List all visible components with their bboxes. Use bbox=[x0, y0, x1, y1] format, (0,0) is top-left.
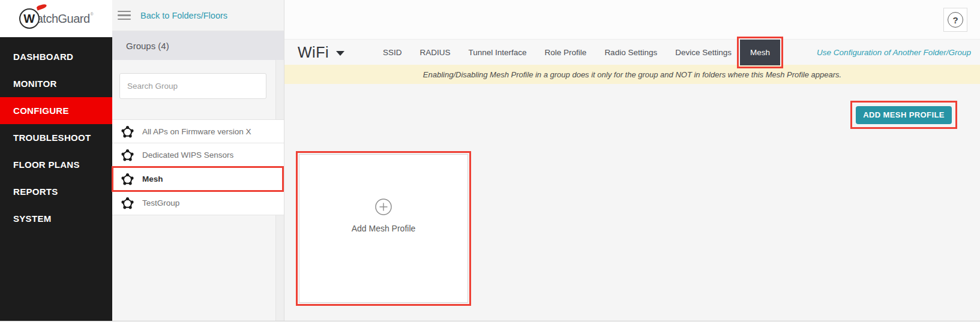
mesh-row-highlight-annotation bbox=[112, 166, 284, 192]
group-pentagon-icon bbox=[121, 197, 134, 209]
groups-count-header: Groups (4) bbox=[112, 31, 284, 60]
plus-circle-icon bbox=[374, 198, 392, 216]
tab-radio-settings[interactable]: Radio Settings bbox=[604, 48, 657, 57]
add-mesh-card-highlight-annotation: Add Mesh Profile bbox=[296, 151, 471, 306]
app-window: W atchGuard® DASHBOARD MONITOR CONFIGURE… bbox=[0, 0, 980, 334]
sidebar-item-system[interactable]: SYSTEM bbox=[0, 205, 112, 232]
group-list: All APs on Firmware version X Dedicated … bbox=[112, 119, 284, 215]
chevron-down-icon bbox=[336, 51, 344, 56]
wifi-scope-dropdown[interactable]: WiFi bbox=[298, 40, 344, 65]
logo-swoosh-icon bbox=[36, 4, 47, 11]
group-label: Dedicated WIPS Sensors bbox=[142, 151, 233, 160]
back-to-folders-link[interactable]: Back to Folders/Floors bbox=[140, 11, 227, 20]
add-mesh-card-label: Add Mesh Profile bbox=[352, 224, 416, 233]
wifi-tab-bar: WiFi SSID RADIUS Tunnel Interface Role P… bbox=[284, 39, 980, 65]
add-mesh-button-highlight-annotation: ADD MESH PROFILE bbox=[850, 101, 957, 129]
menu-icon[interactable] bbox=[118, 8, 131, 23]
group-panel-header: Back to Folders/Floors bbox=[112, 0, 284, 31]
help-icon: ? bbox=[948, 12, 963, 28]
help-button[interactable]: ? bbox=[943, 8, 967, 32]
wifi-scope-label: WiFi bbox=[298, 44, 329, 61]
tab-mesh[interactable]: Mesh bbox=[740, 40, 780, 65]
group-label: Mesh bbox=[142, 174, 163, 183]
add-mesh-card-content: Add Mesh Profile bbox=[299, 198, 467, 233]
sidebar-item-configure[interactable]: CONFIGURE bbox=[0, 97, 112, 124]
tab-list: SSID RADIUS Tunnel Interface Role Profil… bbox=[383, 40, 780, 65]
tab-device-settings[interactable]: Device Settings bbox=[675, 48, 732, 57]
mesh-info-banner: Enabling/Disabling Mesh Profile in a gro… bbox=[284, 65, 980, 84]
tab-tunnel-interface[interactable]: Tunnel Interface bbox=[469, 48, 527, 57]
sidebar-nav: DASHBOARD MONITOR CONFIGURE TROUBLESHOOT… bbox=[0, 37, 112, 232]
group-pentagon-icon bbox=[121, 125, 134, 138]
tab-mesh-wrap: Mesh bbox=[740, 40, 780, 65]
main-content: ? WiFi SSID RADIUS Tunnel Interface Role… bbox=[284, 0, 980, 321]
sidebar: W atchGuard® DASHBOARD MONITOR CONFIGURE… bbox=[0, 0, 112, 321]
add-mesh-profile-card[interactable]: Add Mesh Profile bbox=[299, 154, 468, 303]
sidebar-item-monitor[interactable]: MONITOR bbox=[0, 70, 112, 97]
main-top-bar: ? bbox=[284, 0, 980, 39]
logo-w-mark: W bbox=[19, 8, 40, 29]
watchguard-logo: W atchGuard® bbox=[0, 0, 112, 37]
mesh-banner-text: Enabling/Disabling Mesh Profile in a gro… bbox=[423, 70, 841, 79]
tab-ssid[interactable]: SSID bbox=[383, 48, 402, 57]
group-search bbox=[119, 73, 266, 99]
registered-mark: ® bbox=[91, 12, 94, 16]
sidebar-item-dashboard[interactable]: DASHBOARD bbox=[0, 43, 112, 70]
mesh-profile-body: ADD MESH PROFILE Add Mesh Profile bbox=[284, 84, 980, 321]
group-row-mesh[interactable]: Mesh bbox=[112, 167, 284, 191]
bottom-strip bbox=[0, 321, 980, 334]
sidebar-item-reports[interactable]: REPORTS bbox=[0, 178, 112, 205]
group-panel: Back to Folders/Floors Groups (4) All AP… bbox=[112, 0, 284, 321]
group-row-all-aps[interactable]: All APs on Firmware version X bbox=[112, 119, 284, 143]
use-configuration-link[interactable]: Use Configuration of Another Folder/Grou… bbox=[817, 40, 971, 65]
tab-radius[interactable]: RADIUS bbox=[420, 48, 451, 57]
group-row-wips-sensors[interactable]: Dedicated WIPS Sensors bbox=[112, 143, 284, 167]
group-pentagon-icon bbox=[121, 149, 134, 161]
logo-text-rest: atchGuard bbox=[37, 12, 90, 25]
group-pentagon-icon bbox=[121, 173, 134, 185]
group-search-input[interactable] bbox=[119, 73, 266, 99]
tab-role-profile[interactable]: Role Profile bbox=[545, 48, 587, 57]
group-label: TestGroup bbox=[142, 198, 179, 207]
group-row-testgroup[interactable]: TestGroup bbox=[112, 191, 284, 215]
logo-text: atchGuard® bbox=[37, 12, 94, 26]
sidebar-item-floor-plans[interactable]: FLOOR PLANS bbox=[0, 151, 112, 178]
add-mesh-profile-button[interactable]: ADD MESH PROFILE bbox=[856, 106, 952, 124]
sidebar-item-troubleshoot[interactable]: TROUBLESHOOT bbox=[0, 124, 112, 151]
group-label: All APs on Firmware version X bbox=[142, 127, 251, 136]
watchguard-logo-inner: W atchGuard® bbox=[19, 8, 94, 29]
